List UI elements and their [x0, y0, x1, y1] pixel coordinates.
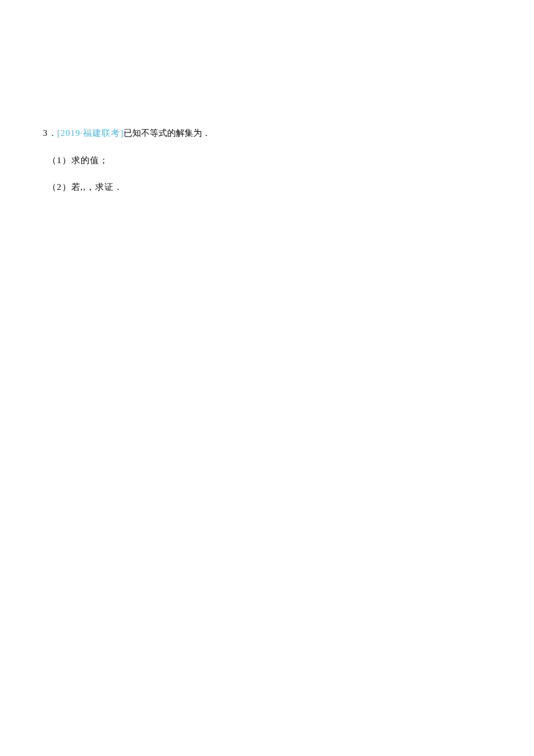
sub-question-text: 求的值；: [71, 156, 109, 165]
sub-question-text: 若,,，求证．: [71, 182, 124, 192]
sub-question-1: （1）求的值；: [43, 154, 491, 167]
sub-question-2: （2）若,,，求证．: [43, 181, 491, 194]
problem-statement-text: 已知不等式的解集为．: [124, 128, 211, 138]
problem-statement: 3．[2019·福建联考]已知不等式的解集为．: [43, 127, 491, 140]
problem-number: 3．: [43, 128, 57, 138]
sub-question-label: （1）: [48, 156, 71, 165]
problem-citation: [2019·福建联考]: [57, 128, 124, 138]
sub-question-label: （2）: [48, 182, 71, 192]
